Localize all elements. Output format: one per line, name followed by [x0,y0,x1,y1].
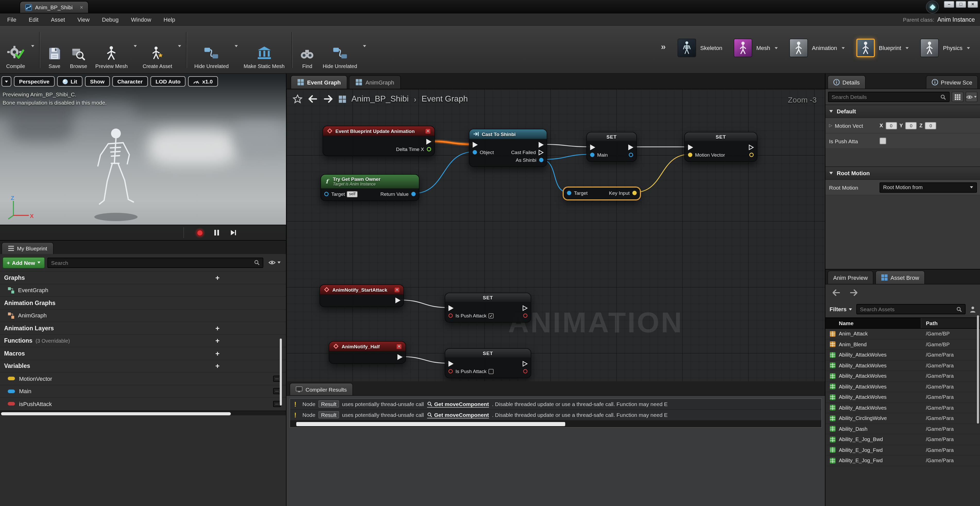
record-icon[interactable] [196,229,204,236]
viewport-character-button[interactable]: Character [112,76,148,87]
property-dropdown[interactable]: Root Motion from [880,182,977,193]
axis-z-field[interactable]: 0 [925,122,937,129]
node-animnotify-startattack[interactable]: AnimNotify_StartAttack✕ [320,285,404,307]
menu-debug[interactable]: Debug [96,13,125,25]
tree-item-eventgraph[interactable]: EventGraph [0,284,286,297]
property-matrix-icon[interactable] [952,92,964,102]
viewport-show-button[interactable]: Show [85,76,110,87]
cast-failed-out-pin[interactable] [538,149,544,155]
pause-icon[interactable] [214,229,220,236]
node-error-badge-icon[interactable]: ✕ [396,344,402,349]
my-blueprint-search-input[interactable]: Search [48,258,263,268]
section-variables[interactable]: Variables+ [0,360,286,372]
chevron-down-icon[interactable] [775,47,778,49]
exec-out-pin[interactable] [538,142,544,148]
node-error-badge-icon[interactable]: ✕ [394,287,400,293]
exec-in-pin[interactable] [589,144,596,150]
section-animation-graphs[interactable]: Animation Graphs [0,297,286,309]
preview-mesh-button[interactable]: Preview Mesh [91,28,132,72]
mode-blueprint[interactable]: Blueprint [850,39,915,61]
wire[interactable] [413,152,474,194]
wire[interactable] [399,356,450,363]
section-default[interactable]: Default [826,105,980,118]
section-animation-layers[interactable]: Animation Layers+ [0,322,286,335]
browse-button[interactable]: Browse [66,28,91,72]
delta-time-x-out-pin[interactable] [426,146,432,152]
viewport-lod-auto-button[interactable]: LOD Auto [150,76,186,87]
tab-close-icon[interactable]: × [80,4,83,10]
node-ref-chip[interactable]: Result [318,411,339,418]
close-button[interactable]: × [967,1,978,8]
wire[interactable] [397,300,450,308]
asset-row-ability-attackwolves[interactable]: Ability_AttackWolves/Game/Para [826,392,980,403]
toolbar-overflow-chevron[interactable]: » [655,42,672,58]
wire[interactable] [541,144,592,147]
tab-event-graph[interactable]: Event Graph [291,75,348,89]
chevron-down-icon[interactable] [361,28,368,72]
tree-item-ispushattack[interactable]: isPushAttack— [0,398,286,411]
tree-item-animgraph[interactable]: AnimGraph [0,309,286,322]
tab-asset-brow[interactable]: Asset Brow [876,271,925,284]
object-in-pin[interactable] [472,150,477,155]
return-value-out-pin[interactable] [410,191,416,197]
history-forward-icon[interactable] [849,289,858,296]
asset-row-ability-attackwolves[interactable]: Ability_AttackWolves/Game/Para [826,382,980,392]
column-header-name[interactable]: Name [826,318,921,328]
window-tab[interactable]: Anim_BP_Shibi × [19,1,89,13]
menu-help[interactable]: Help [158,13,181,25]
asset-row-ability-attackwolves[interactable]: Ability_AttackWolves/Game/Para [826,403,980,413]
target-in-pin[interactable] [566,190,572,196]
asset-row-ability-attackwolves[interactable]: Ability_AttackWolves/Game/Para [826,371,980,382]
axis-y-field[interactable]: 0 [905,122,917,129]
mode-mesh[interactable]: Mesh [728,39,784,61]
tab-details[interactable]: Details [827,75,865,89]
tree-item-motionvector[interactable]: MotionVector— [0,372,286,385]
is-push-attack-in-pin[interactable] [448,368,453,374]
exec-in-pin[interactable] [687,144,694,150]
asset-row-ability-circlingwolve[interactable]: Ability_CirclingWolve/Game/Para [826,413,980,424]
exec-out-pin[interactable] [628,152,634,158]
asset-list-scrollbar[interactable] [977,315,979,423]
hide-unrelated-button[interactable]: Hide Unrelated [190,28,232,72]
minimize-button[interactable]: – [944,1,954,8]
create-asset-button[interactable]: Create Asset [138,28,177,72]
add-animation-layers-icon[interactable]: + [215,324,220,333]
exec-out-pin[interactable] [395,297,401,303]
asset-search-input[interactable]: Search Assets [856,304,966,314]
pin-checkbox[interactable]: ✓ [488,313,493,318]
exec-in-pin[interactable] [448,360,454,367]
node-set[interactable]: SETMain [586,132,637,162]
asset-row-anim-blend[interactable]: Anim_Blend/Game/BP [826,339,980,350]
axis-x-field[interactable]: 0 [885,122,897,129]
menu-view[interactable]: View [71,13,95,25]
my-blueprint-vscrollbar[interactable] [280,339,282,406]
chevron-down-icon[interactable] [905,47,909,49]
asset-row-ability-e-jog-fwd[interactable]: Ability_E_Jog_Fwd/Game/Para [826,445,980,455]
filters-button[interactable]: Filters [830,306,852,312]
mode-animation[interactable]: Animation [784,39,851,61]
find-button[interactable]: Find [296,28,319,72]
exec-out-pin[interactable] [426,138,432,145]
menu-window[interactable]: Window [125,13,158,25]
node-ref-chip[interactable]: Result [318,400,339,407]
asset-row-ability-e-jog-fwd[interactable]: Ability_E_Jog_Fwd/Game/Para [826,455,980,466]
menu-edit[interactable]: Edit [22,13,45,25]
scrollbar-thumb[interactable] [296,422,565,426]
node-event-blueprint-update-animation[interactable]: Event Blueprint Update Animation✕Delta T… [323,126,435,156]
forward-arrow-icon[interactable] [323,95,333,103]
chevron-down-icon[interactable] [233,28,240,72]
make-static-mesh-button[interactable]: Make Static Mesh [240,28,289,72]
maximize-button[interactable]: □ [956,1,966,8]
node-set[interactable]: SETIs Push Attack [445,348,531,378]
function-link[interactable]: Get moveComponent [427,411,489,418]
event-graph-canvas[interactable]: ANIMATION Anim_BP_Shibi › Event Graph Zo… [286,89,825,381]
section-functions[interactable]: Functions(3 Overridable)+ [0,335,286,347]
section-macros[interactable]: Macros+ [0,347,286,360]
exec-out-pin[interactable] [522,368,528,374]
add-macros-icon[interactable]: + [215,349,220,358]
exec-out-pin[interactable] [522,305,528,311]
add-functions-icon[interactable]: + [215,337,220,345]
view-options-button[interactable] [266,260,283,265]
menu-asset[interactable]: Asset [45,13,71,25]
exec-out-pin[interactable] [397,354,403,360]
